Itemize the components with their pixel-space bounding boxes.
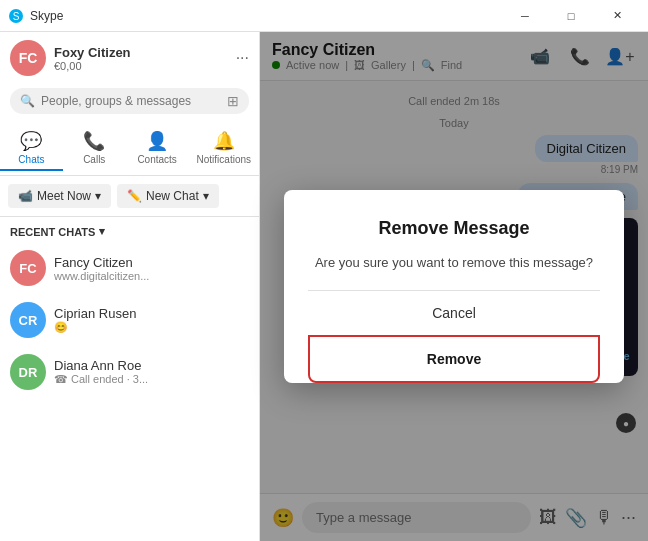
main-content: Fancy Citizen Active now | 🖼 Gallery | 🔍… [260, 32, 648, 541]
avatar-initials: FC [19, 50, 38, 66]
fancy-citizen-avatar: FC [10, 250, 46, 286]
tab-contacts[interactable]: 👤 Contacts [126, 126, 189, 171]
sidebar: FC Foxy Citizen €0,00 ··· 🔍 ⊞ 💬 Chats 📞 … [0, 32, 260, 541]
chats-icon: 💬 [20, 130, 42, 152]
modal-message: Are you sure you want to remove this mes… [315, 255, 593, 270]
diana-info: Diana Ann Roe ☎ Call ended · 3... [54, 358, 249, 386]
app-layout: FC Foxy Citizen €0,00 ··· 🔍 ⊞ 💬 Chats 📞 … [0, 32, 648, 541]
maximize-button[interactable]: □ [548, 0, 594, 32]
chat-list: FC Fancy Citizen www.digitalcitizen... C… [0, 242, 259, 541]
recent-chats-chevron: ▾ [99, 225, 105, 238]
meet-now-button[interactable]: 📹 Meet Now ▾ [8, 184, 111, 208]
ciprian-info: Ciprian Rusen 😊 [54, 306, 249, 334]
action-buttons: 📹 Meet Now ▾ ✏️ New Chat ▾ [0, 176, 259, 217]
chat-item-diana[interactable]: DR Diana Ann Roe ☎ Call ended · 3... [0, 346, 259, 398]
profile-area: FC Foxy Citizen €0,00 ··· [0, 32, 259, 84]
new-chat-icon: ✏️ [127, 189, 142, 203]
recent-chats-header: RECENT CHATS ▾ [0, 217, 259, 242]
tab-chats-label: Chats [18, 154, 44, 165]
remove-message-modal: Remove Message Are you sure you want to … [284, 190, 624, 383]
new-chat-button[interactable]: ✏️ New Chat ▾ [117, 184, 219, 208]
avatar[interactable]: FC [10, 40, 46, 76]
recent-chats-label: RECENT CHATS [10, 226, 95, 238]
search-input[interactable] [41, 94, 221, 108]
modal-overlay: Remove Message Are you sure you want to … [260, 32, 648, 541]
minimize-button[interactable]: ─ [502, 0, 548, 32]
grid-icon[interactable]: ⊞ [227, 93, 239, 109]
tab-contacts-label: Contacts [137, 154, 176, 165]
notifications-icon: 🔔 [213, 130, 235, 152]
calls-icon: 📞 [83, 130, 105, 152]
skype-icon: S [8, 8, 24, 24]
profile-name: Foxy Citizen [54, 45, 131, 60]
close-button[interactable]: ✕ [594, 0, 640, 32]
diana-name: Diana Ann Roe [54, 358, 249, 373]
app-title: Skype [30, 9, 502, 23]
chat-item-fancy[interactable]: FC Fancy Citizen www.digitalcitizen... [0, 242, 259, 294]
tab-notifications-label: Notifications [197, 154, 251, 165]
ciprian-preview: 😊 [54, 321, 249, 334]
remove-button[interactable]: Remove [308, 335, 600, 383]
window-controls: ─ □ ✕ [502, 0, 640, 32]
tab-calls[interactable]: 📞 Calls [63, 126, 126, 171]
modal-actions: Cancel Remove [308, 290, 600, 383]
diana-preview: ☎ Call ended · 3... [54, 373, 249, 386]
contacts-icon: 👤 [146, 130, 168, 152]
fancy-citizen-name: Fancy Citizen [54, 255, 249, 270]
tab-chats[interactable]: 💬 Chats [0, 126, 63, 171]
profile-balance: €0,00 [54, 60, 131, 72]
search-bar: 🔍 ⊞ [10, 88, 249, 114]
search-icon: 🔍 [20, 94, 35, 108]
nav-tabs: 💬 Chats 📞 Calls 👤 Contacts 🔔 Notificatio… [0, 122, 259, 176]
chat-item-ciprian[interactable]: CR Ciprian Rusen 😊 [0, 294, 259, 346]
meet-now-icon: 📹 [18, 189, 33, 203]
profile-info: Foxy Citizen €0,00 [54, 45, 131, 72]
cancel-button[interactable]: Cancel [308, 290, 600, 335]
titlebar: S Skype ─ □ ✕ [0, 0, 648, 32]
tab-calls-label: Calls [83, 154, 105, 165]
modal-title: Remove Message [378, 218, 529, 239]
new-chat-label: New Chat [146, 189, 199, 203]
tab-notifications[interactable]: 🔔 Notifications [189, 126, 259, 171]
fancy-citizen-info: Fancy Citizen www.digitalcitizen... [54, 255, 249, 282]
more-options-icon[interactable]: ··· [236, 49, 249, 67]
diana-avatar: DR [10, 354, 46, 390]
ciprian-avatar: CR [10, 302, 46, 338]
svg-text:S: S [13, 11, 20, 22]
fancy-citizen-preview: www.digitalcitizen... [54, 270, 249, 282]
meet-now-chevron: ▾ [95, 189, 101, 203]
meet-now-label: Meet Now [37, 189, 91, 203]
new-chat-chevron: ▾ [203, 189, 209, 203]
ciprian-name: Ciprian Rusen [54, 306, 249, 321]
